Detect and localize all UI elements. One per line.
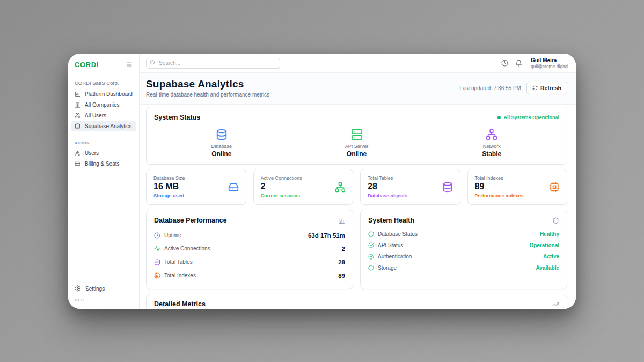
- last-updated-text: Last updated: 7:36:55 PM: [459, 85, 521, 91]
- page-header: Supabase Analytics Real-time database he…: [140, 73, 576, 105]
- sidebar-item-settings[interactable]: Settings: [75, 283, 133, 294]
- status-badge: All Systems Operational: [497, 115, 559, 120]
- bell-icon[interactable]: [515, 60, 522, 67]
- gear-icon: [75, 285, 81, 292]
- sidebar: CORDI CORDI SaaS Corp. Platform Dashboar…: [68, 54, 140, 309]
- status-dot-icon: [497, 116, 501, 119]
- metric-card-total-tables: Total Tables 28 Database objects: [360, 169, 460, 205]
- clock-icon: [154, 232, 160, 239]
- sidebar-item-all-users[interactable]: All Users: [71, 110, 136, 121]
- health-row-api-status: API Status Operational: [368, 240, 559, 251]
- shield-icon: [552, 217, 559, 224]
- app-version: V1.0: [75, 298, 133, 302]
- server-icon: [351, 129, 363, 141]
- metric-card-total-indexes: Total Indexes 89 Performance indexes: [467, 169, 568, 205]
- perf-row-total-tables: Total Tables 28: [154, 255, 345, 269]
- network-icon: [335, 182, 346, 193]
- database-performance-panel: Database Performance Uptime: [146, 210, 353, 289]
- topbar: Guil Meira guil@creme.digital: [140, 54, 576, 73]
- check-circle-icon: [368, 265, 374, 271]
- refresh-icon: [532, 85, 538, 91]
- check-circle-icon: [368, 242, 374, 248]
- sidebar-item-platform-dashboard[interactable]: Platform Dashboard: [71, 89, 136, 99]
- admin-section-label: ADMIN: [68, 138, 139, 147]
- sidebar-item-supabase-analytics[interactable]: Supabase Analytics: [71, 121, 136, 131]
- status-item-api-server: API Server Online: [289, 127, 425, 159]
- search-box: [146, 57, 280, 69]
- bar-chart-icon: [338, 217, 345, 224]
- metric-card-database-size: Database Size 16 MB Storage used: [146, 169, 246, 205]
- search-input[interactable]: [146, 58, 280, 69]
- health-row-storage: Storage Available: [368, 262, 559, 274]
- system-health-title: System Health: [368, 217, 414, 224]
- page-subtitle: Real-time database health and performanc…: [146, 92, 269, 98]
- cpu-icon: [549, 182, 560, 193]
- hard-drive-icon: [228, 182, 239, 193]
- app-window: CORDI CORDI SaaS Corp. Platform Dashboar…: [68, 54, 576, 309]
- perf-row-uptime: Uptime 63d 17h 51m: [154, 228, 345, 242]
- sidebar-item-users[interactable]: Users: [71, 148, 136, 158]
- activity-icon: [154, 246, 160, 252]
- health-row-authentication: Authentication Active: [368, 251, 559, 262]
- health-row-database-status: Database Status Healthy: [368, 228, 559, 240]
- database-icon: [216, 129, 228, 141]
- status-item-network: Network Stable: [424, 127, 559, 159]
- building-icon: [75, 102, 80, 108]
- system-status-title: System Status: [154, 114, 200, 121]
- user-menu[interactable]: Guil Meira guil@creme.digital: [531, 57, 568, 69]
- bar-chart-icon: [75, 91, 80, 97]
- cordi-logo: CORDI: [75, 61, 99, 69]
- network-icon: [486, 129, 497, 141]
- perf-row-total-indexes: Total Indexes 89: [154, 269, 345, 282]
- database-icon: [442, 182, 453, 193]
- org-name: CORDI SaaS Corp.: [68, 75, 139, 88]
- sidebar-nav: Platform Dashboard All Companies All Use…: [68, 88, 139, 169]
- clock-icon[interactable]: [501, 60, 508, 67]
- cpu-icon: [154, 272, 160, 279]
- users-icon: [75, 150, 80, 156]
- trending-up-icon: [552, 301, 559, 308]
- credit-card-icon: [75, 161, 80, 167]
- metric-card-active-connections: Active Connections 2 Current sessions: [253, 169, 354, 205]
- database-icon: [154, 259, 160, 265]
- check-circle-icon: [368, 254, 374, 260]
- database-performance-title: Database Performance: [154, 217, 226, 224]
- system-health-panel: System Health Database Status: [360, 210, 567, 289]
- database-icon: [75, 123, 80, 129]
- content-area: System Status All Systems Operational Da…: [140, 105, 576, 309]
- page-title: Supabase Analytics: [146, 78, 269, 90]
- search-icon: [150, 60, 156, 65]
- menu-icon[interactable]: [126, 61, 133, 68]
- user-email: guil@creme.digital: [531, 64, 568, 69]
- detailed-metrics-card: Detailed Metrics Database Information Da…: [146, 294, 567, 309]
- sidebar-item-all-companies[interactable]: All Companies: [71, 100, 136, 110]
- sidebar-item-billing-seats[interactable]: Billing & Seats: [71, 159, 136, 169]
- user-name: Guil Meira: [531, 57, 568, 63]
- users-icon: [75, 113, 80, 119]
- system-status-card: System Status All Systems Operational Da…: [146, 107, 567, 165]
- refresh-button[interactable]: Refresh: [526, 82, 567, 94]
- detailed-metrics-title: Detailed Metrics: [154, 300, 206, 308]
- perf-row-active-connections: Active Connections 2: [154, 242, 345, 255]
- check-circle-icon: [368, 231, 374, 237]
- status-item-database: Database Online: [154, 127, 289, 159]
